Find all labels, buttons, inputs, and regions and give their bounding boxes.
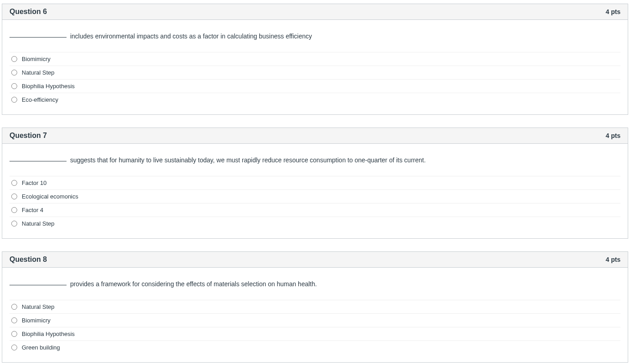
question-text-wrap: includes environmental impacts and costs… (2, 20, 628, 52)
answer-label: Eco-efficiency (22, 96, 58, 103)
question-block-8: Question 8 4 pts provides a framework fo… (2, 251, 628, 363)
question-body: includes environmental impacts and costs… (2, 20, 628, 114)
answer-radio[interactable] (11, 317, 17, 323)
answer-option[interactable]: Eco-efficiency (10, 93, 620, 106)
answer-label: Biophilia Hypothesis (22, 83, 75, 90)
answer-option[interactable]: Biomimicry (10, 313, 620, 327)
answer-label: Natural Step (22, 69, 54, 76)
answer-label: Factor 4 (22, 207, 43, 213)
question-header: Question 7 4 pts (2, 128, 628, 144)
answer-radio[interactable] (11, 207, 17, 213)
answer-label: Biophilia Hypothesis (22, 331, 75, 337)
question-text: includes environmental impacts and costs… (10, 32, 620, 41)
question-text-wrap: suggests that for humanity to live susta… (2, 144, 628, 176)
answer-option[interactable]: Factor 4 (10, 203, 620, 217)
answer-label: Ecological ecomonics (22, 193, 78, 200)
answer-option[interactable]: Green building (10, 340, 620, 354)
answer-radio[interactable] (11, 83, 17, 89)
question-header: Question 8 4 pts (2, 252, 628, 268)
fill-blank-line (10, 37, 67, 38)
answer-radio[interactable] (11, 331, 17, 337)
answer-option[interactable]: Biomimicry (10, 52, 620, 66)
answers-list: Natural Step Biomimicry Biophilia Hypoth… (2, 300, 628, 362)
answer-radio[interactable] (11, 345, 17, 350)
question-text: provides a framework for considering the… (10, 279, 620, 289)
answer-option[interactable]: Natural Step (10, 300, 620, 313)
answer-radio[interactable] (11, 97, 17, 103)
question-title: Question 8 (10, 255, 47, 264)
answer-label: Factor 10 (22, 180, 47, 186)
question-body: provides a framework for considering the… (2, 268, 628, 362)
answer-radio[interactable] (11, 304, 17, 310)
question-title: Question 7 (10, 132, 47, 140)
answer-label: Biomimicry (22, 56, 51, 62)
answer-option[interactable]: Factor 10 (10, 176, 620, 189)
question-points: 4 pts (606, 256, 620, 263)
question-prompt: provides a framework for considering the… (70, 280, 317, 288)
answer-radio[interactable] (11, 56, 17, 62)
answer-option[interactable]: Ecological ecomonics (10, 189, 620, 203)
answer-label: Natural Step (22, 220, 54, 227)
question-prompt: suggests that for humanity to live susta… (70, 156, 426, 164)
answer-radio[interactable] (11, 221, 17, 227)
answer-radio[interactable] (11, 180, 17, 186)
answer-label: Natural Step (22, 303, 54, 310)
fill-blank-line (10, 161, 67, 161)
answer-radio[interactable] (11, 194, 17, 199)
question-title: Question 6 (10, 8, 47, 16)
question-points: 4 pts (606, 8, 620, 15)
question-header: Question 6 4 pts (2, 4, 628, 20)
answer-option[interactable]: Biophilia Hypothesis (10, 327, 620, 340)
question-text-wrap: provides a framework for considering the… (2, 268, 628, 300)
question-block-6: Question 6 4 pts includes environmental … (2, 4, 628, 115)
question-body: suggests that for humanity to live susta… (2, 144, 628, 238)
answer-label: Biomimicry (22, 317, 51, 324)
answer-label: Green building (22, 344, 60, 351)
question-block-7: Question 7 4 pts suggests that for human… (2, 128, 628, 239)
question-text: suggests that for humanity to live susta… (10, 156, 620, 165)
answer-option[interactable]: Natural Step (10, 217, 620, 230)
question-points: 4 pts (606, 132, 620, 139)
question-prompt: includes environmental impacts and costs… (70, 33, 312, 40)
answer-radio[interactable] (11, 70, 17, 76)
answers-list: Factor 10 Ecological ecomonics Factor 4 … (2, 176, 628, 238)
answers-list: Biomimicry Natural Step Biophilia Hypoth… (2, 52, 628, 114)
answer-option[interactable]: Biophilia Hypothesis (10, 79, 620, 93)
answer-option[interactable]: Natural Step (10, 66, 620, 79)
fill-blank-line (10, 285, 67, 285)
